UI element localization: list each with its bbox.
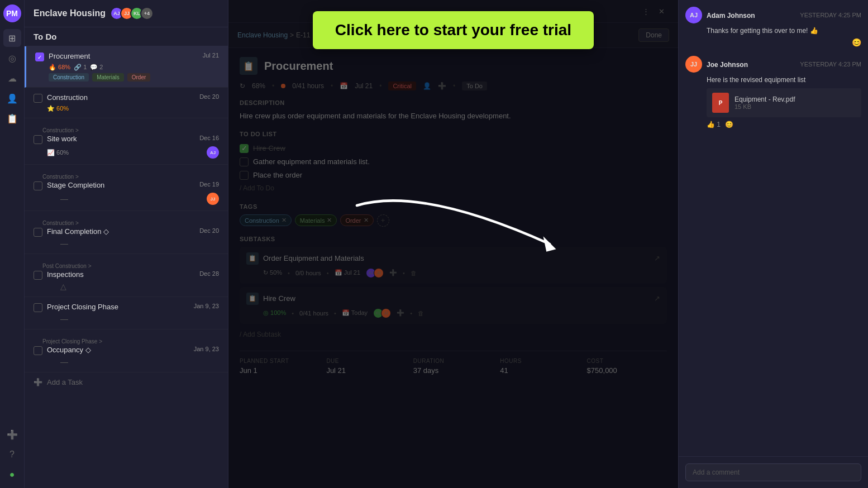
icon-rail: PM ⊞ ◎ ☁ 👤 📋 ➕ ? ● xyxy=(0,0,25,488)
done-button[interactable]: Done xyxy=(638,28,669,42)
subtask-avatar-1b: JJ xyxy=(374,268,384,278)
sub-section-final: Construction > xyxy=(34,217,219,227)
subtask-delete-2[interactable]: 🗑 xyxy=(418,310,424,317)
subtask-add-assignee-2[interactable]: ➕ xyxy=(397,309,404,317)
cost-value: $750,000 xyxy=(587,366,667,375)
task-checkbox-closing[interactable] xyxy=(34,303,42,312)
nav-cloud-icon[interactable]: ☁ xyxy=(3,69,21,87)
subtask-delete-1[interactable]: 🗑 xyxy=(411,270,417,276)
task-date-site-work: Dec 16 xyxy=(199,135,219,141)
task-checkbox-stage[interactable] xyxy=(34,181,42,190)
info-cell-duration: DURATION 37 days xyxy=(413,358,493,375)
add-assignee-icon[interactable]: ➕ xyxy=(438,82,446,90)
attr-priority: Critical xyxy=(388,82,416,90)
task-date-closing: Jan 9, 23 xyxy=(194,303,219,309)
attr-status[interactable]: To Do xyxy=(462,82,487,90)
close-button[interactable]: ✕ xyxy=(654,3,669,19)
task-item-inspections[interactable]: Post Construction > Inspections Dec 28 △ xyxy=(25,254,228,297)
comment-time-2: YESTERDAY 4:23 PM xyxy=(800,61,861,68)
comment-name-1: Adam Johnson xyxy=(707,12,755,20)
tag-close-construction[interactable]: ✕ xyxy=(282,217,287,224)
tag-pill-construction: Construction ✕ xyxy=(240,214,292,226)
task-item-project-closing[interactable]: Project Closing Phase Jan 9, 23 — xyxy=(25,297,228,329)
tag-close-order[interactable]: ✕ xyxy=(364,217,369,224)
comment-name-2: Joe Johnson xyxy=(707,61,748,69)
todo-checkbox-1[interactable]: ✓ xyxy=(240,144,249,153)
nav-user-avatar-icon[interactable]: ● xyxy=(3,466,21,484)
subtask-separator-2: • xyxy=(410,310,412,317)
nav-home-icon[interactable]: ⊞ xyxy=(3,29,21,47)
nav-tasks-icon[interactable]: 📋 xyxy=(3,109,21,127)
subtask-cal-2: 📅 Today xyxy=(342,309,368,317)
add-subtask-button[interactable]: / Add Subtask xyxy=(240,327,667,342)
comment-item-1: AJ Adam Johnson YESTERDAY 4:25 PM Thanks… xyxy=(685,7,861,47)
task-item-occupancy[interactable]: Project Closing Phase > Occupancy ◇ Jan … xyxy=(25,329,228,372)
add-todo-button[interactable]: / Add To Do xyxy=(240,182,667,194)
subtask-separator-1: • xyxy=(403,270,405,276)
todo-item-1: ✓ Hire Crew xyxy=(240,142,667,155)
add-task-row[interactable]: ➕ Add a Task xyxy=(25,372,228,392)
task-comment-count: 💬 2 xyxy=(90,64,103,71)
comment-list: AJ Adam Johnson YESTERDAY 4:25 PM Thanks… xyxy=(679,0,868,456)
description-text: Hire crew plus order equipment and mater… xyxy=(240,111,667,122)
attr-due: Jul 21 xyxy=(355,82,373,90)
tags-label: TAGS xyxy=(240,203,667,210)
task-item-final-completion[interactable]: Construction > Final Completion ◇ Dec 20… xyxy=(25,211,228,254)
reaction-smile[interactable]: 😊 xyxy=(725,121,733,128)
todo-checkbox-2[interactable] xyxy=(240,157,249,166)
subtask-hours-2: 0/41 hours xyxy=(299,310,328,317)
subtask-open-icon-2[interactable]: ↗ xyxy=(654,294,660,303)
task-dash-final: — xyxy=(60,239,68,248)
subtask-open-icon-1[interactable]: ↗ xyxy=(654,254,660,262)
cta-banner[interactable]: Click here to start your free trial xyxy=(313,11,594,49)
task-item-construction[interactable]: Construction Dec 20 ⭐ 60% xyxy=(25,88,228,118)
task-checkbox-inspections[interactable] xyxy=(34,271,42,280)
nav-help-icon[interactable]: ? xyxy=(3,446,21,463)
add-task-label: Add a Task xyxy=(47,378,83,386)
todo-checkbox-3[interactable] xyxy=(240,171,249,180)
tag-close-materials[interactable]: ✕ xyxy=(327,217,332,224)
comment-input[interactable] xyxy=(685,463,861,481)
subtask-progress-2: ◎ 100% xyxy=(263,309,286,317)
task-checkbox-occupancy[interactable] xyxy=(34,346,42,355)
nav-users-icon[interactable]: 👤 xyxy=(3,89,21,107)
task-avatar-stage: JJ xyxy=(207,193,219,205)
subtask-avatar-2b: JJ xyxy=(381,308,391,318)
more-options-button[interactable]: ⋮ xyxy=(638,3,654,19)
nav-add-icon[interactable]: ➕ xyxy=(3,425,21,443)
planned-start-label: PLANNED START xyxy=(240,358,319,364)
reaction-thumbs-up[interactable]: 👍 1 xyxy=(707,121,721,128)
task-item-stage-completion[interactable]: Construction > Stage Completion Dec 19 —… xyxy=(25,165,228,211)
cost-label: COST xyxy=(587,358,667,364)
task-dash-closing: — xyxy=(60,314,68,323)
subtask-name-1: Order Equipment and Materials xyxy=(263,254,650,262)
comment-emoji-1[interactable]: 😊 xyxy=(852,38,861,47)
task-item-site-work[interactable]: Construction > Site work Dec 16 📈 60% AJ xyxy=(25,118,228,165)
subtask-hours-dot-2: • xyxy=(292,310,294,317)
task-main-title: Procurement xyxy=(264,60,333,73)
add-tag-button[interactable]: + xyxy=(377,214,389,227)
nav-notifications-icon[interactable]: ◎ xyxy=(3,49,21,67)
subtask-icon-2: 📋 xyxy=(246,293,259,305)
comment-text-1: Thanks for getting this over to me! 👍 xyxy=(707,26,861,36)
breadcrumb-task-id: E-11 xyxy=(296,31,310,39)
task-list: ✓ Procurement Jul 21 🔥 68% 🔗 1 💬 2 Const… xyxy=(25,46,228,488)
task-checkbox-final[interactable] xyxy=(34,228,42,237)
task-name-construction: Construction xyxy=(47,93,195,102)
todo-text-1: Hire Crew xyxy=(253,144,285,152)
subtask-icon-1: 📋 xyxy=(246,252,259,265)
task-name-closing: Project Closing Phase xyxy=(47,303,189,311)
task-item-procurement[interactable]: ✓ Procurement Jul 21 🔥 68% 🔗 1 💬 2 Const… xyxy=(25,46,228,88)
comment-item-2: JJ Joe Johnson YESTERDAY 4:23 PM Here is… xyxy=(685,56,861,128)
project-title-text: Enclave Housing xyxy=(34,8,106,18)
task-checkbox-procurement[interactable]: ✓ xyxy=(35,52,44,61)
calendar-icon: 📅 xyxy=(340,82,348,90)
breadcrumb-project[interactable]: Enclave Housing xyxy=(237,31,288,39)
comment-avatar-2: JJ xyxy=(685,56,702,73)
subtask-add-assignee-1[interactable]: ➕ xyxy=(389,269,397,276)
tag-pill-order: Order ✕ xyxy=(340,214,373,226)
task-checkbox-site-work[interactable] xyxy=(34,135,42,144)
comment-text-2: Here is the revised equipment list xyxy=(707,75,861,85)
task-checkbox-construction[interactable] xyxy=(34,94,42,103)
tag-construction-text: Construction xyxy=(245,217,279,224)
